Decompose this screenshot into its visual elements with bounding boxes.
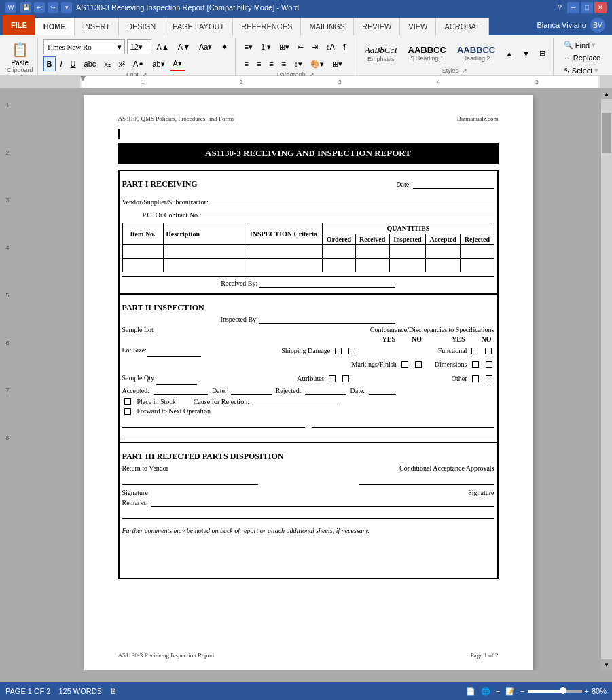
minimize-btn[interactable]: ─ — [567, 2, 579, 13]
align-center-btn[interactable]: ≡ — [253, 56, 264, 71]
underline-btn[interactable]: U — [67, 56, 79, 71]
document-area: AS 9100 QMS Policies, Procedures, and Fo… — [15, 88, 601, 670]
styles-label: Styles ↗ — [361, 67, 549, 74]
dimensions-no-cb[interactable] — [486, 361, 492, 368]
decrease-font-btn[interactable]: A▼ — [175, 39, 194, 54]
functional-no-cb[interactable] — [485, 348, 492, 354]
po-field: P.O. Or Contract No.: — [122, 208, 494, 219]
text-cursor — [118, 129, 120, 139]
strikethrough-btn[interactable]: abc — [81, 56, 100, 71]
tab-home[interactable]: HOME — [35, 18, 75, 35]
style-heading1[interactable]: AABBCC ¶ Heading 1 — [404, 43, 450, 63]
tab-acrobat[interactable]: ACROBAT — [436, 18, 488, 35]
ribbon-toolbar-row1: 📋 Paste Clipboard ↗ Times New Ro ▾ 12 ▾ … — [0, 35, 612, 76]
justify-btn[interactable]: ≡ — [278, 56, 289, 71]
view-outline-btn[interactable]: ≡ — [496, 687, 500, 695]
zoom-control[interactable]: − + 80% — [520, 687, 607, 695]
redo-btn[interactable]: ↪ — [48, 2, 58, 13]
tab-insert[interactable]: INSERT — [75, 18, 119, 35]
maximize-btn[interactable]: □ — [581, 2, 593, 13]
shipping-damage-yes-cb[interactable] — [335, 348, 342, 354]
tab-mailings[interactable]: MAILINGS — [301, 18, 354, 35]
numbering-btn[interactable]: 1.▾ — [257, 39, 274, 54]
highlight-btn[interactable]: ab▾ — [149, 56, 168, 71]
paste-button[interactable]: 📋 Paste — [7, 39, 34, 67]
show-hide-btn[interactable]: ¶ — [340, 39, 350, 54]
bold-btn[interactable]: B — [43, 56, 56, 71]
window-title: AS1130-3 Recieving Inspection Report [Co… — [76, 3, 299, 12]
close-btn[interactable]: ✕ — [594, 2, 607, 13]
other-yes-cb[interactable] — [472, 375, 479, 382]
scroll-thumb[interactable] — [602, 113, 611, 153]
increase-font-btn[interactable]: A▲ — [154, 39, 173, 54]
dimensions-yes-cb[interactable] — [472, 361, 479, 368]
scroll-up-btn[interactable]: ▲ — [601, 88, 612, 99]
style-heading2[interactable]: AABBCC Heading 2 — [453, 43, 499, 63]
align-left-btn[interactable]: ≡ — [241, 56, 252, 71]
clear-format-btn[interactable]: ✦ — [218, 39, 231, 54]
forward-next-cb[interactable] — [124, 408, 131, 415]
view-web-btn[interactable]: 🌐 — [481, 687, 490, 696]
vendor-field: Vendor/Supplier/Subcontractor: — [122, 195, 494, 206]
change-case-btn[interactable]: Aa▾ — [196, 39, 215, 54]
tab-design[interactable]: DESIGN — [119, 18, 164, 35]
align-right-btn[interactable]: ≡ — [266, 56, 276, 71]
shading-btn[interactable]: 🎨▾ — [307, 56, 327, 71]
vertical-scrollbar[interactable]: ▲ ▼ — [601, 88, 612, 670]
find-btn[interactable]: 🔍 Find ▾ — [560, 39, 600, 51]
scroll-down-btn[interactable]: ▼ — [601, 659, 612, 670]
title-bar: W 💾 ↩ ↪ ▾ AS1130-3 Recieving Inspection … — [0, 0, 612, 15]
view-print-btn[interactable]: 📄 — [466, 687, 475, 696]
superscript-btn[interactable]: x² — [115, 56, 128, 71]
tab-view[interactable]: VIEW — [400, 18, 436, 35]
undo-btn[interactable]: ↩ — [34, 2, 45, 13]
quick-save-btn[interactable]: 💾 — [20, 2, 31, 13]
styles-scroll-down[interactable]: ▼ — [519, 47, 533, 60]
subscript-btn[interactable]: x₂ — [101, 56, 114, 71]
font-color-btn[interactable]: A▾ — [170, 56, 185, 71]
zoom-out-icon[interactable]: − — [520, 687, 524, 695]
styles-scroll-up[interactable]: ▲ — [502, 47, 516, 60]
tab-page-layout[interactable]: PAGE LAYOUT — [164, 18, 233, 35]
attributes-no-cb[interactable] — [342, 375, 349, 382]
attributes-yes-cb[interactable] — [329, 375, 336, 382]
document-page: AS 9100 QMS Policies, Procedures, and Fo… — [84, 95, 533, 670]
styles-expand[interactable]: ⊟ — [536, 47, 549, 60]
tab-references[interactable]: REFERENCES — [233, 18, 301, 35]
multilevel-btn[interactable]: ⊞▾ — [276, 39, 293, 54]
word-icon[interactable]: W — [5, 2, 16, 13]
tab-file[interactable]: FILE — [3, 15, 35, 35]
bullets-btn[interactable]: ≡▾ — [241, 39, 256, 54]
replace-btn[interactable]: ↔ Replace — [560, 52, 605, 63]
user-avatar[interactable]: BV — [590, 18, 605, 33]
view-draft-btn[interactable]: 📝 — [505, 687, 515, 696]
select-btn[interactable]: ↖ Select ▾ — [560, 65, 603, 76]
zoom-in-icon[interactable]: + — [585, 687, 589, 695]
line-spacing-btn[interactable]: ↕▾ — [291, 56, 306, 71]
markings-no-cb[interactable] — [415, 361, 422, 368]
font-name-input[interactable]: Times New Ro ▾ — [43, 39, 125, 54]
font-size-input[interactable]: 12 ▾ — [127, 39, 151, 54]
ruler: 12345 — [0, 76, 612, 88]
increase-indent-btn[interactable]: ⇥ — [308, 39, 321, 54]
sort-btn[interactable]: ↕A — [323, 39, 338, 54]
markings-yes-cb[interactable] — [401, 361, 408, 368]
tab-review[interactable]: REVIEW — [354, 18, 400, 35]
shipping-damage-no-cb[interactable] — [348, 348, 355, 354]
find-icon: 🔍 — [564, 41, 573, 50]
username: Bianca Viviano — [537, 21, 586, 29]
place-in-stock-cb[interactable] — [124, 398, 131, 405]
help-icon[interactable]: ? — [558, 3, 562, 12]
functional-yes-cb[interactable] — [471, 348, 478, 354]
ribbon-tab-bar: FILE HOME INSERT DESIGN PAGE LAYOUT REFE… — [0, 15, 612, 35]
scroll-track[interactable] — [601, 99, 612, 659]
decrease-indent-btn[interactable]: ⇤ — [294, 39, 307, 54]
italic-btn[interactable]: I — [57, 56, 66, 71]
style-emphasis[interactable]: AaBbCcI Emphasis — [361, 43, 401, 64]
part2-sig-lines — [122, 419, 494, 428]
other-no-cb[interactable] — [486, 375, 492, 382]
page-footer: AS1130-3 Recieving Inspection Report Pag… — [118, 652, 499, 659]
borders-btn[interactable]: ⊞▾ — [329, 56, 346, 71]
customize-btn[interactable]: ▾ — [61, 2, 72, 13]
text-effects-btn[interactable]: A✦ — [130, 56, 147, 71]
